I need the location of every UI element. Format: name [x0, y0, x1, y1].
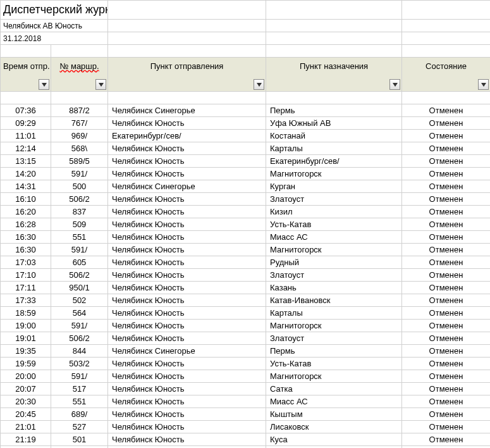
cell-time: 14:31 [1, 180, 51, 193]
cell-route: 887/2 [51, 104, 108, 117]
table-row: 19:01506/2Челябинск ЮностьЗлатоустОтмене… [1, 332, 491, 345]
cell-to: Златоуст [266, 269, 402, 282]
header-status: Состояние [402, 58, 490, 92]
cell-route: 517 [51, 383, 108, 395]
table-row: 12:14568\Челябинск ЮностьКарталыОтменен [1, 142, 491, 155]
cell-status: Отменен [402, 370, 490, 383]
report-title: Диспетчерский журнал [1, 1, 108, 20]
cell-from: Челябинск Юность [108, 433, 266, 446]
cell-time: 16:20 [1, 206, 51, 218]
cell-route: 568\ [51, 142, 108, 155]
cell-status: Отменен [402, 282, 490, 294]
table-row: 13:15589/5Челябинск ЮностьЕкатеринбург/с… [1, 155, 491, 168]
cell-from: Челябинск Юность [108, 320, 266, 332]
filter-to-button[interactable] [389, 79, 400, 90]
table-row: 21:01527Челябинск ЮностьЛисаковскОтменен [1, 421, 491, 433]
table-row: 17:33502Челябинск ЮностьКатав-ИвановскОт… [1, 294, 491, 307]
cell-to: Екатеринбург/сев/ [266, 155, 402, 168]
cell-to: Миасс АС [266, 395, 402, 408]
spacer-row [1, 45, 491, 58]
cell-status: Отменен [402, 256, 490, 269]
header-route: № маршр. [51, 58, 108, 92]
cell-from: Челябинск Юность [108, 244, 266, 256]
cell-to: Кыштым [266, 408, 402, 421]
cell-from: Челябинск Юность [108, 395, 266, 408]
cell-from: Челябинск Юность [108, 218, 266, 231]
cell-route: 589/5 [51, 155, 108, 168]
cell-from: Челябинск Юность [108, 383, 266, 395]
cell-from: Челябинск Юность [108, 332, 266, 345]
cell-to: Пермь [266, 345, 402, 358]
cell-status: Отменен [402, 294, 490, 307]
cell-to: Карталы [266, 307, 402, 320]
cell-status: Отменен [402, 168, 490, 180]
cell-from: Челябинск Юность [108, 256, 266, 269]
cell-route: 591/ [51, 168, 108, 180]
table-row: 20:45689/Челябинск ЮностьКыштымОтменен [1, 408, 491, 421]
cell-time: 20:07 [1, 383, 51, 395]
filter-time-button[interactable] [39, 79, 49, 90]
table-row: 17:11950/1Челябинск ЮностьКазаньОтменен [1, 282, 491, 294]
cell-route: 551 [51, 231, 108, 244]
cell-time: 16:30 [1, 244, 51, 256]
cell-route: 509 [51, 218, 108, 231]
cell-status: Отменен [402, 130, 490, 142]
cell-from: Челябинск Юность [108, 206, 266, 218]
cell-from: Екатеринбург/сев/ [108, 130, 266, 142]
filter-route-button[interactable] [95, 79, 106, 90]
cell-time: 21:21 [1, 446, 51, 449]
cell-from: Челябинск Юность [108, 269, 266, 282]
cell-time: 20:30 [1, 395, 51, 408]
cell-route: 500 [51, 180, 108, 193]
cell-time: 16:10 [1, 193, 51, 206]
cell-route: 969/ [51, 130, 108, 142]
cell-status: Отменен [402, 433, 490, 446]
cell-status: Отменен [402, 180, 490, 193]
cell-time: 19:00 [1, 320, 51, 332]
cell-from: Челябинск Юность [108, 155, 266, 168]
cell-to: Магнитогорск [266, 244, 402, 256]
cell-route: 837 [51, 206, 108, 218]
station-row: Челябинск АВ Юность [1, 20, 491, 32]
cell-route: 506/2 [51, 193, 108, 206]
cell-time: 09:29 [1, 117, 51, 130]
chevron-down-icon [481, 83, 486, 87]
cell-from: Челябинск Юность [108, 307, 266, 320]
cell-to: Кизил [266, 206, 402, 218]
cell-from: Челябинск Юность [108, 408, 266, 421]
cell-to: Курган [266, 180, 402, 193]
cell-to: Уфа Южный АВ [266, 117, 402, 130]
cell-time: 11:01 [1, 130, 51, 142]
cell-from: Челябинск Юность [108, 370, 266, 383]
table-row: 11:01969/Екатеринбург/сев/КостанайОтмене… [1, 130, 491, 142]
report-date: 31.12.2018 [1, 32, 108, 45]
cell-status: Отменен [402, 206, 490, 218]
cell-from: Челябинск Юность [108, 231, 266, 244]
cell-from: Челябинск Синегорье [108, 446, 266, 449]
filter-from-button[interactable] [254, 79, 264, 90]
cell-route: 591/ [51, 244, 108, 256]
cell-to: Пермь [266, 104, 402, 117]
cell-time: 17:10 [1, 269, 51, 282]
table-row: 16:30591/Челябинск ЮностьМагнитогорскОтм… [1, 244, 491, 256]
cell-time: 13:15 [1, 155, 51, 168]
cell-from: Челябинск Юность [108, 294, 266, 307]
cell-time: 19:01 [1, 332, 51, 345]
cell-status: Отменен [402, 155, 490, 168]
cell-status: Отменен [402, 408, 490, 421]
cell-status: Отменен [402, 244, 490, 256]
filter-status-button[interactable] [478, 79, 489, 90]
cell-time: 21:19 [1, 433, 51, 446]
header-to: Пункт назначения [266, 58, 402, 92]
station-name: Челябинск АВ Юность [1, 20, 108, 32]
cell-to: Казань [266, 282, 402, 294]
cell-time: 16:28 [1, 218, 51, 231]
cell-status: Отменен [402, 332, 490, 345]
cell-time: 17:11 [1, 282, 51, 294]
cell-status: Отменен [402, 320, 490, 332]
cell-from: Челябинск Синегорье [108, 345, 266, 358]
cell-to: Куса [266, 433, 402, 446]
cell-time: 17:03 [1, 256, 51, 269]
cell-route: 502 [51, 294, 108, 307]
table-row: 16:20837Челябинск ЮностьКизилОтменен [1, 206, 491, 218]
